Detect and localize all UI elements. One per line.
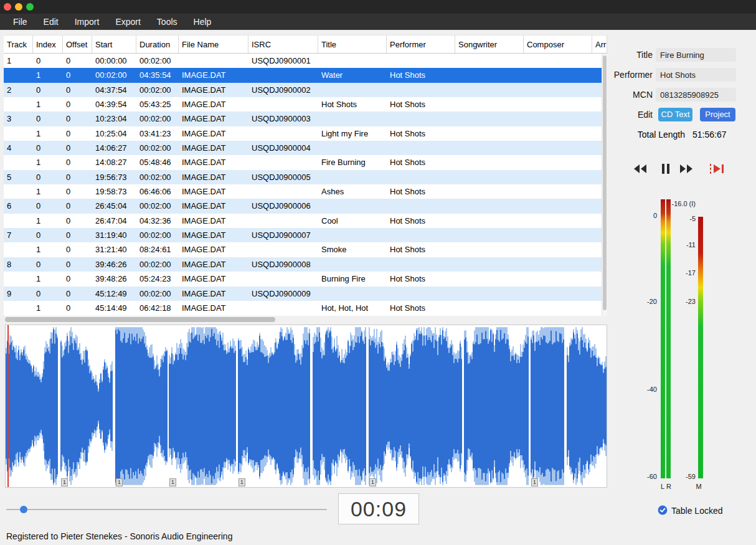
- table-row[interactable]: 20004:37:5400:02:00IMAGE.DATUSQDJ0900002: [4, 83, 602, 97]
- table-locked-toggle[interactable]: Table Locked: [613, 505, 756, 516]
- table-row[interactable]: 70031:19:4000:02:00IMAGE.DATUSQDJ0900007: [4, 228, 602, 242]
- table-row[interactable]: 1039:48:2605:24:23IMAGE.DATBurning FireH…: [4, 272, 602, 286]
- cell-performer: Hot Shots: [387, 242, 455, 257]
- cell-isrc: [248, 97, 318, 111]
- position-slider[interactable]: [6, 509, 327, 510]
- track-start-marker[interactable]: 1: [531, 478, 538, 486]
- cell-offset: 0: [63, 214, 92, 228]
- cd-text-button[interactable]: CD Text: [658, 108, 692, 121]
- cell-index: 0: [33, 141, 63, 155]
- menu-help[interactable]: Help: [186, 14, 220, 30]
- project-button[interactable]: Project: [700, 108, 735, 121]
- table-row[interactable]: 90045:12:4900:02:00IMAGE.DATUSQDJ0900009: [4, 287, 602, 301]
- cell-title: Light my Fire: [318, 126, 387, 141]
- cell-arr: [592, 214, 602, 228]
- cell-performer: [387, 228, 455, 242]
- play-to-end-icon: [709, 162, 726, 176]
- column-header-arr[interactable]: Arr: [592, 36, 607, 53]
- cell-isrc: [248, 301, 318, 315]
- title-label: Title: [613, 48, 653, 62]
- cell-start: 00:00:00: [92, 54, 136, 68]
- vertical-scrollbar-thumb[interactable]: [603, 55, 607, 310]
- cell-start: 26:45:04: [92, 199, 136, 213]
- table-row[interactable]: 40014:06:2700:02:00IMAGE.DATUSQDJ0900004: [4, 141, 602, 155]
- track-start-marker[interactable]: 1: [116, 478, 123, 486]
- performer-input[interactable]: [656, 68, 736, 82]
- zoom-button[interactable]: [26, 3, 34, 11]
- mcn-field-row: MCN: [613, 88, 756, 102]
- table-row[interactable]: 30010:23:0400:02:00IMAGE.DATUSQDJ0900003: [4, 111, 602, 126]
- track-start-marker[interactable]: 1: [369, 478, 376, 486]
- column-header-duration[interactable]: Duration: [136, 36, 179, 53]
- cell-offset: 0: [63, 111, 92, 126]
- table-row[interactable]: 1014:08:2705:48:46IMAGE.DATFire BurningH…: [4, 155, 602, 169]
- track-start-marker[interactable]: 1: [239, 478, 245, 486]
- cell-track: [4, 242, 33, 257]
- cell-file: IMAGE.DAT: [179, 184, 248, 199]
- cell-isrc: USQDJ0900003: [248, 111, 318, 126]
- cell-composer: [524, 126, 592, 141]
- column-header-index[interactable]: Index: [33, 36, 63, 53]
- cell-title: [318, 257, 387, 272]
- cell-start: 45:12:49: [92, 287, 136, 301]
- fast-forward-icon: [678, 163, 694, 175]
- table-row[interactable]: 1026:47:0404:32:36IMAGE.DATCoolHot Shots: [4, 214, 602, 228]
- track-start-marker[interactable]: 1: [61, 478, 68, 486]
- menu-import[interactable]: Import: [67, 14, 108, 30]
- table-row[interactable]: 1000:02:0004:35:54IMAGE.DATWaterHot Shot…: [4, 68, 602, 82]
- vertical-scrollbar[interactable]: [602, 54, 607, 316]
- waveform-display[interactable]: 111111: [5, 325, 607, 488]
- horizontal-scrollbar[interactable]: [4, 316, 607, 323]
- table-row[interactable]: 60026:45:0400:02:00IMAGE.DATUSQDJ0900006: [4, 199, 602, 213]
- column-header-songwriter[interactable]: Songwriter: [455, 36, 524, 53]
- minimize-button[interactable]: [15, 3, 22, 11]
- horizontal-scrollbar-thumb[interactable]: [5, 317, 275, 322]
- cell-offset: 0: [63, 141, 92, 155]
- column-header-track[interactable]: Track: [4, 36, 33, 53]
- cell-track: 6: [4, 199, 33, 213]
- pause-button[interactable]: [656, 160, 675, 178]
- menu-tools[interactable]: Tools: [149, 14, 186, 30]
- table-row[interactable]: 1010:25:0403:41:23IMAGE.DATLight my Fire…: [4, 126, 602, 141]
- title-input[interactable]: [656, 48, 736, 62]
- column-header-composer[interactable]: Composer: [524, 36, 592, 53]
- cell-track: [4, 97, 33, 111]
- transport-controls: [613, 160, 756, 179]
- mcn-label: MCN: [613, 88, 653, 102]
- table-row[interactable]: 80039:46:2600:02:00IMAGE.DATUSQDJ0900008: [4, 257, 602, 272]
- table-row[interactable]: 1031:21:4008:24:61IMAGE.DATSmokeHot Shot…: [4, 242, 602, 257]
- menu-export[interactable]: Export: [107, 14, 148, 30]
- close-button[interactable]: [4, 3, 11, 11]
- column-header-performer[interactable]: Performer: [387, 36, 455, 53]
- cell-title: Hot Shots: [318, 97, 387, 111]
- table-row[interactable]: 1045:14:4906:42:18IMAGE.DATHot, Hot, Hot…: [4, 301, 602, 315]
- cell-title: Ashes: [318, 184, 387, 199]
- cell-isrc: USQDJ0900009: [248, 287, 318, 301]
- cell-file: IMAGE.DAT: [179, 141, 248, 155]
- track-start-marker[interactable]: 1: [169, 478, 176, 486]
- play-to-end-button[interactable]: [708, 160, 727, 178]
- fast-forward-button[interactable]: [677, 160, 696, 178]
- table-row[interactable]: 1004:39:5405:43:25IMAGE.DATHot ShotsHot …: [4, 97, 602, 111]
- menu-file[interactable]: File: [5, 14, 35, 30]
- channel-label: M: [696, 483, 702, 490]
- cell-performer: [387, 257, 455, 272]
- table-row[interactable]: 50019:56:7300:02:00IMAGE.DATUSQDJ0900005: [4, 170, 602, 184]
- mcn-input[interactable]: [656, 88, 736, 102]
- cell-composer: [524, 301, 592, 315]
- table-row[interactable]: 1019:58:7306:46:06IMAGE.DATAshesHot Shot…: [4, 184, 602, 199]
- table-row[interactable]: 10000:00:0000:02:00USQDJ0900001: [4, 54, 602, 68]
- column-header-isrc[interactable]: ISRC: [248, 36, 318, 53]
- column-header-title[interactable]: Title: [318, 36, 387, 53]
- column-header-file-name[interactable]: File Name: [179, 36, 248, 53]
- cell-title: Hot, Hot, Hot: [318, 301, 387, 315]
- track-table: TrackIndexOffsetStartDurationFile NameIS…: [4, 35, 607, 316]
- position-slider-thumb[interactable]: [20, 506, 27, 513]
- menu-edit[interactable]: Edit: [35, 14, 67, 30]
- cell-track: 1: [4, 54, 33, 68]
- column-header-offset[interactable]: Offset: [63, 36, 92, 53]
- rewind-button[interactable]: [631, 160, 650, 178]
- column-header-start[interactable]: Start: [92, 36, 136, 53]
- cell-isrc: [248, 68, 318, 82]
- cell-start: 00:02:00: [92, 68, 136, 82]
